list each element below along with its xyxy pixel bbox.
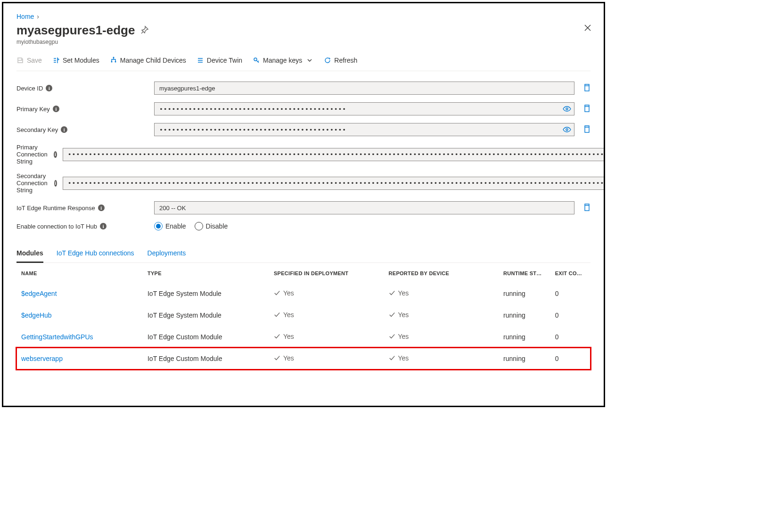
col-exit[interactable]: EXIT CO…: [550, 263, 590, 283]
manage-keys-button[interactable]: Manage keys: [253, 57, 313, 64]
copy-icon[interactable]: [583, 84, 590, 93]
table-row[interactable]: $edgeHub IoT Edge System Module Yes Yes …: [16, 304, 590, 326]
info-icon[interactable]: i: [54, 180, 57, 187]
module-type: IoT Edge System Module: [143, 283, 269, 304]
runtime-status: running: [499, 326, 550, 348]
copy-icon[interactable]: [583, 125, 590, 134]
info-icon[interactable]: i: [98, 205, 105, 211]
reveal-icon[interactable]: [563, 125, 571, 135]
runtime-status: running: [499, 304, 550, 326]
check-icon: Yes: [389, 354, 409, 362]
save-button: Save: [16, 57, 42, 64]
chevron-right-icon: ›: [37, 13, 39, 20]
module-link[interactable]: GettingStartedwithGPUs: [21, 333, 93, 341]
exit-code: 0: [550, 348, 590, 369]
info-icon[interactable]: i: [46, 85, 52, 91]
chevron-down-icon: [306, 57, 313, 64]
secondary-conn-field: ••••••••••••••••••••••••••••••••••••••••…: [63, 177, 605, 190]
breadcrumb-home[interactable]: Home: [16, 13, 34, 20]
enable-conn-label: Enable connection to IoT Hub: [16, 223, 97, 230]
exit-code: 0: [550, 283, 590, 304]
check-icon: Yes: [389, 289, 409, 297]
device-id-label: Device ID: [16, 85, 43, 92]
tab-modules[interactable]: Modules: [16, 249, 43, 263]
info-icon[interactable]: i: [100, 223, 107, 229]
pin-icon[interactable]: [140, 25, 149, 35]
check-icon: Yes: [389, 311, 409, 319]
exit-code: 0: [550, 304, 590, 326]
copy-icon[interactable]: [583, 105, 590, 114]
page-title: myasegpures1-edge: [16, 23, 135, 38]
module-link[interactable]: $edgeHub: [21, 311, 52, 319]
secondary-conn-label: Secondary Connection String: [16, 172, 51, 194]
breadcrumb: Home ›: [16, 13, 590, 20]
module-type: IoT Edge Custom Module: [143, 348, 269, 369]
check-icon: Yes: [274, 354, 294, 362]
secondary-key-field: ••••••••••••••••••••••••••••••••••••••••…: [154, 123, 574, 136]
manage-child-devices-button[interactable]: Manage Child Devices: [110, 57, 186, 64]
device-id-field: myasegpures1-edge: [154, 82, 574, 95]
col-name[interactable]: NAME: [16, 263, 143, 283]
refresh-button[interactable]: Refresh: [324, 57, 357, 64]
table-row[interactable]: webserverapp IoT Edge Custom Module Yes …: [16, 348, 590, 369]
page-subtitle: myiothubasegpu: [16, 39, 590, 45]
table-row[interactable]: GettingStartedwithGPUs IoT Edge Custom M…: [16, 326, 590, 348]
module-link[interactable]: webserverapp: [21, 355, 63, 362]
check-icon: Yes: [274, 311, 294, 319]
primary-conn-field: ••••••••••••••••••••••••••••••••••••••••…: [63, 148, 605, 161]
info-icon[interactable]: i: [53, 106, 59, 112]
copy-icon[interactable]: [583, 204, 590, 213]
check-icon: Yes: [274, 289, 294, 297]
runtime-status: running: [499, 348, 550, 369]
table-row[interactable]: $edgeAgent IoT Edge System Module Yes Ye…: [16, 283, 590, 304]
check-icon: Yes: [389, 333, 409, 340]
primary-key-field: ••••••••••••••••••••••••••••••••••••••••…: [154, 102, 574, 115]
set-modules-button[interactable]: Set Modules: [52, 57, 99, 64]
modules-table: NAME TYPE SPECIFIED IN DEPLOYMENT REPORT…: [16, 263, 590, 369]
enable-radio[interactable]: Enable: [154, 222, 186, 230]
col-runtime[interactable]: RUNTIME ST…: [499, 263, 550, 283]
col-specified[interactable]: SPECIFIED IN DEPLOYMENT: [269, 263, 384, 283]
module-type: IoT Edge Custom Module: [143, 326, 269, 348]
toolbar: Save Set Modules Manage Child Devices De…: [16, 53, 590, 71]
disable-radio[interactable]: Disable: [195, 222, 228, 230]
tab-bar: Modules IoT Edge Hub connections Deploym…: [16, 249, 590, 263]
tab-connections[interactable]: IoT Edge Hub connections: [57, 249, 134, 262]
runtime-response-label: IoT Edge Runtime Response: [16, 205, 95, 212]
module-link[interactable]: $edgeAgent: [21, 290, 57, 297]
tab-deployments[interactable]: Deployments: [148, 249, 186, 262]
exit-code: 0: [550, 326, 590, 348]
info-icon[interactable]: i: [61, 126, 67, 133]
runtime-status: running: [499, 283, 550, 304]
col-reported[interactable]: REPORTED BY DEVICE: [384, 263, 499, 283]
check-icon: Yes: [274, 333, 294, 340]
info-icon[interactable]: i: [54, 151, 57, 158]
col-type[interactable]: TYPE: [143, 263, 269, 283]
runtime-response-field: 200 -- OK: [154, 201, 574, 214]
device-twin-button[interactable]: Device Twin: [197, 57, 242, 64]
reveal-icon[interactable]: [563, 105, 571, 115]
module-type: IoT Edge System Module: [143, 304, 269, 326]
primary-conn-label: Primary Connection String: [16, 144, 51, 165]
close-button[interactable]: [584, 24, 591, 33]
primary-key-label: Primary Key: [16, 106, 50, 113]
secondary-key-label: Secondary Key: [16, 126, 58, 133]
